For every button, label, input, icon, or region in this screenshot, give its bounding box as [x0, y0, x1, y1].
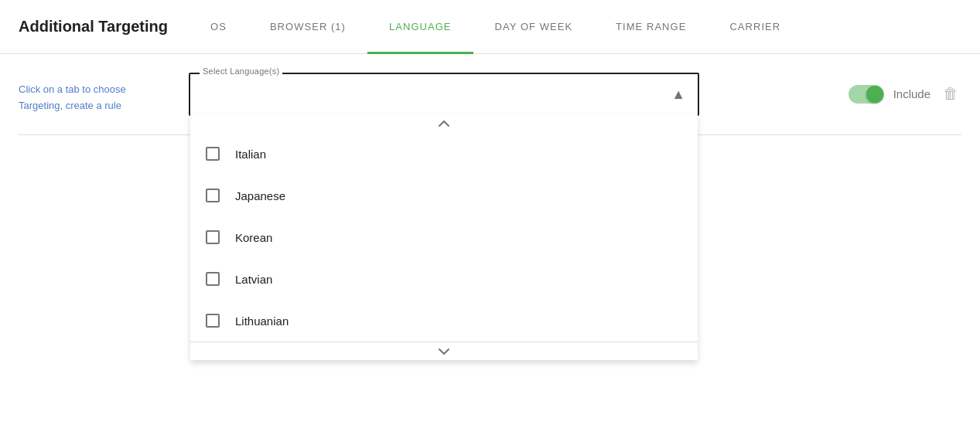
dropdown-list: Italian Japanese Korean Latvian — [190, 133, 698, 342]
japanese-label: Japanese — [235, 189, 285, 202]
list-item[interactable]: Latvian — [190, 258, 698, 300]
tab-carrier[interactable]: CARRIER — [708, 1, 802, 54]
toggle-knob — [866, 86, 883, 103]
tab-day-of-week[interactable]: DAY OF WEEK — [473, 1, 595, 54]
tabs-container: OS BROWSER (1) LANGUAGE DAY OF WEEK TIME… — [189, 0, 961, 53]
hint-text: Click on a tab to choose Targeting, crea… — [19, 82, 189, 114]
scroll-down-indicator[interactable] — [190, 342, 698, 360]
korean-label: Korean — [235, 231, 272, 244]
select-label: Select Language(s) — [200, 66, 282, 76]
sidebar-hint: Click on a tab to choose Targeting, crea… — [19, 73, 189, 116]
chevron-down-icon — [439, 348, 449, 355]
latvian-checkbox[interactable] — [206, 272, 220, 286]
language-dropdown: Italian Japanese Korean Latvian — [190, 114, 698, 360]
latvian-label: Latvian — [235, 273, 272, 286]
lithuanian-checkbox[interactable] — [206, 314, 220, 328]
scroll-up-indicator[interactable] — [190, 114, 698, 133]
main-area: Include 🗑 Select Language(s) ▲ — [189, 73, 961, 116]
page-title: Additional Targeting — [19, 18, 189, 36]
header: Additional Targeting OS BROWSER (1) LANG… — [0, 0, 980, 54]
select-input-row: ▲ — [190, 74, 698, 114]
include-toggle[interactable] — [849, 85, 884, 104]
language-select-wrapper: Select Language(s) ▲ — [189, 73, 699, 116]
korean-checkbox[interactable] — [206, 230, 220, 244]
hint-line1: Click on a tab to choose — [19, 83, 126, 95]
include-area: Include 🗑 — [849, 73, 961, 115]
include-label: Include — [893, 87, 930, 100]
list-item[interactable]: Italian — [190, 133, 698, 175]
list-item[interactable]: Japanese — [190, 175, 698, 216]
japanese-checkbox[interactable] — [206, 189, 220, 202]
tab-os[interactable]: OS — [189, 1, 248, 54]
dropdown-arrow-icon[interactable]: ▲ — [668, 83, 688, 106]
hint-line2: Targeting, create a rule — [19, 100, 121, 111]
list-item[interactable]: Korean — [190, 216, 698, 258]
page-container: Additional Targeting OS BROWSER (1) LANG… — [0, 0, 980, 435]
language-search-input[interactable] — [200, 88, 668, 101]
italian-label: Italian — [235, 148, 266, 161]
content-area: Click on a tab to choose Targeting, crea… — [0, 54, 980, 134]
delete-icon[interactable]: 🗑 — [940, 82, 961, 106]
tab-time-range[interactable]: TIME RANGE — [594, 1, 708, 54]
tab-language[interactable]: LANGUAGE — [367, 1, 473, 54]
list-item[interactable]: Lithuanian — [190, 300, 698, 342]
lithuanian-label: Lithuanian — [235, 314, 289, 328]
tab-browser[interactable]: BROWSER (1) — [248, 1, 367, 54]
italian-checkbox[interactable] — [206, 147, 220, 161]
chevron-up-icon — [439, 121, 449, 127]
